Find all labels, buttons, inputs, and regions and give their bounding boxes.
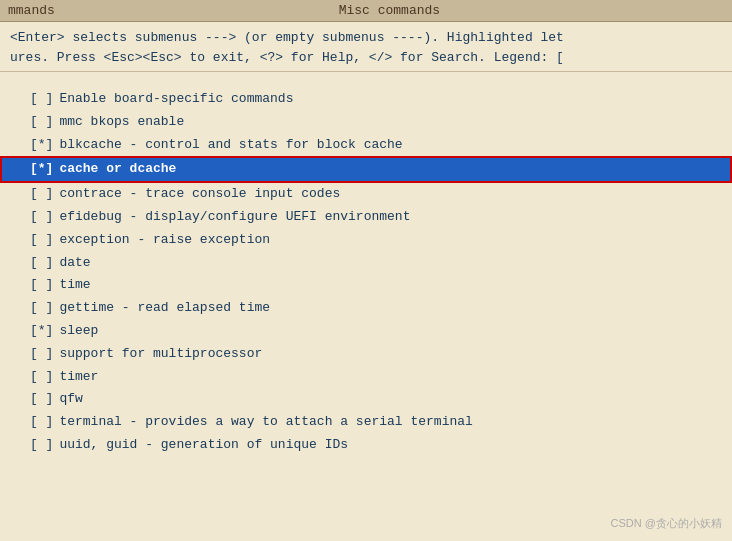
item-text: uuid, guid - generation of unique IDs [59, 435, 348, 456]
item-text: terminal - provides a way to attach a se… [59, 412, 472, 433]
checkbox: [ ] [30, 207, 53, 228]
menu-item[interactable]: [*] blkcache - control and stats for blo… [0, 134, 732, 157]
checkbox: [*] [30, 159, 53, 180]
item-text: support for multiprocessor [59, 344, 262, 365]
checkbox: [ ] [30, 389, 53, 410]
menu-item[interactable]: [ ] gettime - read elapsed time [0, 297, 732, 320]
top-bar-center-text: Misc commands [55, 3, 724, 18]
menu-item[interactable]: [ ] efidebug - display/configure UEFI en… [0, 206, 732, 229]
menu-item[interactable]: [*] cache or dcache [0, 156, 732, 183]
item-text: Enable board-specific commands [59, 89, 293, 110]
item-text: qfw [59, 389, 82, 410]
menu-item[interactable]: [ ] contrace - trace console input codes [0, 183, 732, 206]
checkbox: [ ] [30, 184, 53, 205]
menu-item[interactable]: [ ] time [0, 274, 732, 297]
checkbox: [ ] [30, 253, 53, 274]
item-text: date [59, 253, 90, 274]
item-text: sleep [59, 321, 98, 342]
item-text: cache or dcache [59, 159, 176, 180]
item-text: blkcache - control and stats for block c… [59, 135, 402, 156]
watermark: CSDN @贪心的小妖精 [611, 516, 722, 531]
menu-item[interactable]: [ ] uuid, guid - generation of unique ID… [0, 434, 732, 457]
menu-item[interactable]: [ ] mmc bkops enable [0, 111, 732, 134]
checkbox: [ ] [30, 412, 53, 433]
menu-item[interactable]: [ ] qfw [0, 388, 732, 411]
item-text: gettime - read elapsed time [59, 298, 270, 319]
terminal-window: mmands Misc commands <Enter> selects sub… [0, 0, 732, 541]
menu-item[interactable]: [ ] timer [0, 366, 732, 389]
checkbox: [ ] [30, 275, 53, 296]
item-text: mmc bkops enable [59, 112, 184, 133]
menu-item[interactable]: [ ] exception - raise exception [0, 229, 732, 252]
item-text: time [59, 275, 90, 296]
top-bar-left-text: mmands [8, 3, 55, 18]
checkbox: [ ] [30, 344, 53, 365]
item-text: exception - raise exception [59, 230, 270, 251]
checkbox: [*] [30, 321, 53, 342]
checkbox: [*] [30, 135, 53, 156]
item-text: contrace - trace console input codes [59, 184, 340, 205]
header-section: <Enter> selects submenus ---> (or empty … [0, 22, 732, 72]
checkbox: [ ] [30, 435, 53, 456]
content-area: [ ] Enable board-specific commands[ ] mm… [0, 80, 732, 457]
divider [0, 72, 732, 80]
menu-item[interactable]: [ ] support for multiprocessor [0, 343, 732, 366]
menu-item[interactable]: [ ] terminal - provides a way to attach … [0, 411, 732, 434]
menu-item[interactable]: [ ] Enable board-specific commands [0, 88, 732, 111]
header-line-1: <Enter> selects submenus ---> (or empty … [10, 28, 722, 48]
checkbox: [ ] [30, 112, 53, 133]
item-text: efidebug - display/configure UEFI enviro… [59, 207, 410, 228]
checkbox: [ ] [30, 298, 53, 319]
header-line-2: ures. Press <Esc><Esc> to exit, <?> for … [10, 48, 722, 68]
top-bar: mmands Misc commands [0, 0, 732, 22]
menu-item[interactable]: [ ] date [0, 252, 732, 275]
checkbox: [ ] [30, 367, 53, 388]
menu-item[interactable]: [*] sleep [0, 320, 732, 343]
checkbox: [ ] [30, 89, 53, 110]
item-text: timer [59, 367, 98, 388]
checkbox: [ ] [30, 230, 53, 251]
